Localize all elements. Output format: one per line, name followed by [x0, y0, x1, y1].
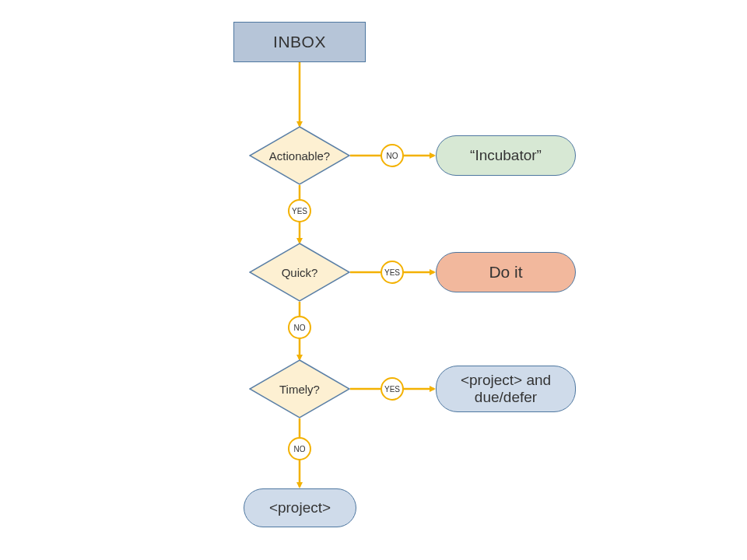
node-inbox-label: INBOX: [273, 33, 326, 51]
terminal-doit: Do it: [436, 252, 576, 292]
badge-timely-no-label: NO: [294, 445, 306, 453]
badge-quick-no: NO: [288, 316, 311, 339]
decision-actionable: Actionable?: [249, 126, 350, 185]
node-inbox: INBOX: [233, 22, 366, 62]
decision-timely: Timely?: [249, 359, 350, 418]
decision-quick-label: Quick?: [282, 266, 318, 279]
flowchart: INBOX Actionable? Quick? Timely? “Incuba…: [0, 0, 747, 560]
badge-actionable-yes-label: YES: [292, 207, 307, 215]
decision-actionable-label: Actionable?: [269, 149, 330, 163]
terminal-project: <project>: [244, 488, 356, 527]
terminal-incubator-label: “Incubator”: [470, 147, 542, 164]
arrows-layer: [0, 0, 747, 560]
badge-actionable-yes: YES: [288, 199, 311, 222]
terminal-project-due: <project> and due/defer: [436, 366, 576, 412]
badge-timely-no: NO: [288, 437, 311, 460]
badge-timely-yes: YES: [381, 377, 404, 401]
badge-actionable-no-label: NO: [387, 152, 398, 160]
terminal-project-label: <project>: [269, 499, 331, 516]
decision-quick: Quick?: [249, 243, 350, 302]
badge-quick-yes-label: YES: [384, 268, 400, 277]
badge-quick-no-label: NO: [294, 324, 306, 332]
badge-timely-yes-label: YES: [384, 385, 400, 394]
terminal-incubator: “Incubator”: [436, 135, 576, 176]
decision-timely-label: Timely?: [279, 383, 320, 396]
badge-quick-yes: YES: [381, 261, 404, 284]
badge-actionable-no: NO: [381, 144, 404, 167]
terminal-project-due-label: <project> and due/defer: [449, 372, 563, 406]
terminal-doit-label: Do it: [489, 263, 522, 282]
